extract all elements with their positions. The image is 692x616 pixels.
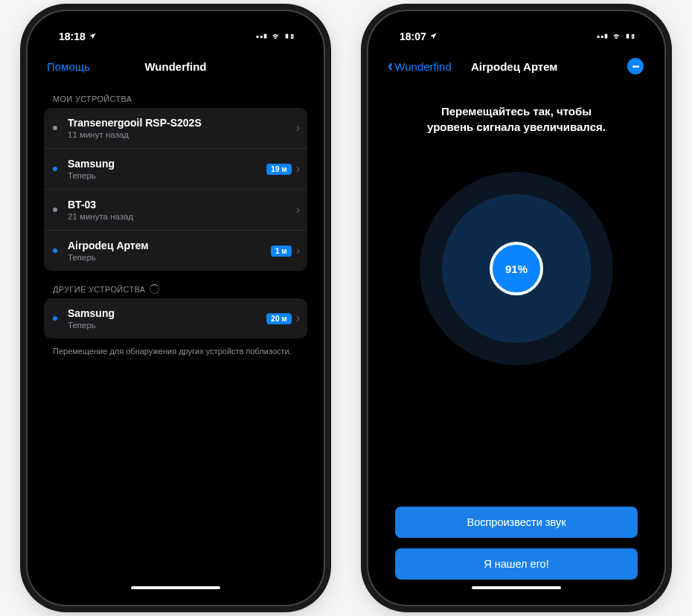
nav-bar: Помощь Wunderfind xyxy=(38,51,313,81)
notch xyxy=(112,22,239,41)
location-arrow-icon xyxy=(89,31,97,42)
footer-hint: Перемещение для обнаружения других устро… xyxy=(44,339,307,365)
action-buttons: Воспроизвести звук Я нашел его! xyxy=(379,507,654,594)
device-name: Samsung xyxy=(68,307,266,319)
radar-area: 91% xyxy=(379,135,654,395)
content-area: МОИ УСТРОЙСТВА Transenergooil RSP-S202S … xyxy=(38,81,313,594)
home-indicator[interactable] xyxy=(131,586,220,589)
more-button[interactable]: ••• xyxy=(627,58,644,74)
device-row[interactable]: Samsung Теперь 20 м › xyxy=(44,298,307,339)
signal-percent: 91% xyxy=(490,242,543,295)
chevron-right-icon: › xyxy=(296,244,300,257)
distance-badge: 1 м xyxy=(271,246,292,257)
device-name: Airpodец Артем xyxy=(68,240,271,251)
chevron-right-icon: › xyxy=(296,312,300,325)
play-sound-button[interactable]: Воспроизвести звук xyxy=(395,507,638,538)
page-title: Airpodец Артем xyxy=(471,60,557,73)
status-dot-icon xyxy=(53,248,57,253)
status-dot-icon xyxy=(53,208,57,212)
device-name: Samsung xyxy=(68,158,266,170)
back-label: Wunderfind xyxy=(394,60,451,73)
device-row[interactable]: Transenergooil RSP-S202S 11 минут назад … xyxy=(44,108,307,149)
notch xyxy=(453,22,580,41)
chevron-right-icon: › xyxy=(296,162,300,176)
home-indicator[interactable] xyxy=(472,586,561,589)
more-icon: ••• xyxy=(632,62,639,71)
device-subtitle: 21 минута назад xyxy=(68,212,296,221)
found-it-button[interactable]: Я нашел его! xyxy=(395,548,638,580)
device-subtitle: 11 минут назад xyxy=(68,130,296,139)
chevron-left-icon: ‹ xyxy=(388,57,393,76)
help-label: Помощь xyxy=(47,60,90,73)
other-devices-list: Samsung Теперь 20 м › xyxy=(44,298,307,339)
screen-left: 18:18 ▪▪▮ ᯤ ▮▯ Помощь Wunderfind МОИ УСТ… xyxy=(38,22,313,594)
page-title: Wunderfind xyxy=(144,60,206,73)
phone-left: 18:18 ▪▪▮ ᯤ ▮▯ Помощь Wunderfind МОИ УСТ… xyxy=(28,11,324,605)
device-name: Transenergooil RSP-S202S xyxy=(68,117,296,129)
device-subtitle: Теперь xyxy=(68,253,271,262)
location-arrow-icon xyxy=(429,31,438,42)
section-other-label: ДРУГИЕ УСТРОЙСТВА xyxy=(53,285,145,294)
instruction-line1: Перемещайтесь так, чтобы xyxy=(400,103,633,119)
status-time: 18:07 xyxy=(400,31,426,42)
instruction-text: Перемещайтесь так, чтобы уровень сигнала… xyxy=(379,81,654,135)
status-dot-icon xyxy=(53,126,57,130)
section-my-devices: МОИ УСТРОЙСТВА xyxy=(44,81,307,108)
spinner-icon xyxy=(150,284,159,294)
help-button[interactable]: Помощь xyxy=(47,60,90,73)
nav-bar: ‹ Wunderfind Airpodец Артем ••• xyxy=(379,51,654,81)
distance-badge: 19 м xyxy=(266,164,291,175)
status-dot-icon xyxy=(53,316,57,321)
device-row[interactable]: Samsung Теперь 19 м › xyxy=(44,149,307,190)
device-name: BT-03 xyxy=(68,199,296,211)
status-dot-icon xyxy=(53,167,57,171)
instruction-line2: уровень сигнала увеличивался. xyxy=(400,119,633,135)
status-indicators: ▪▪▮ ᯤ ▮▯ xyxy=(597,31,636,42)
phone-right: 18:07 ▪▪▮ ᯤ ▮▯ ‹ Wunderfind Airpodец Арт… xyxy=(368,11,664,605)
my-devices-list: Transenergooil RSP-S202S 11 минут назад … xyxy=(44,108,307,271)
signal-radar: 91% xyxy=(420,172,613,365)
device-subtitle: Теперь xyxy=(68,171,266,180)
chevron-right-icon: › xyxy=(296,203,300,216)
distance-badge: 20 м xyxy=(266,313,291,324)
device-row[interactable]: Airpodец Артем Теперь 1 м › xyxy=(44,231,307,271)
section-other-devices: ДРУГИЕ УСТРОЙСТВА xyxy=(44,271,307,298)
status-indicators: ▪▪▮ ᯤ ▮▯ xyxy=(256,31,295,42)
back-button[interactable]: ‹ Wunderfind xyxy=(388,57,452,76)
screen-right: 18:07 ▪▪▮ ᯤ ▮▯ ‹ Wunderfind Airpodец Арт… xyxy=(379,22,654,594)
chevron-right-icon: › xyxy=(296,121,300,135)
status-time: 18:18 xyxy=(59,31,86,42)
device-subtitle: Теперь xyxy=(68,321,266,330)
device-row[interactable]: BT-03 21 минута назад › xyxy=(44,190,307,231)
